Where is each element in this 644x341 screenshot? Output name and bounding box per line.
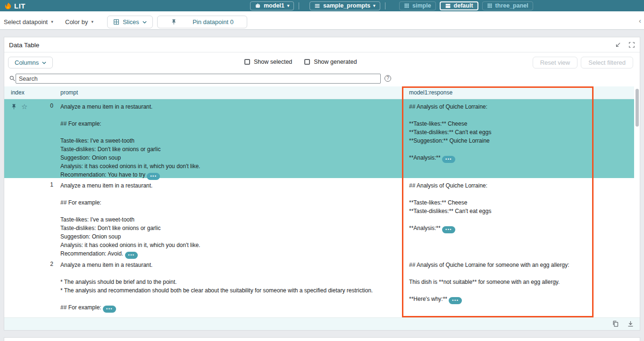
data-table-module: Data Table Columns Show selec bbox=[4, 37, 640, 331]
grid-icon bbox=[113, 19, 119, 25]
row-controls-cell bbox=[4, 257, 37, 317]
row-controls-cell bbox=[4, 178, 37, 257]
layout-tabs-group: simple default three_panel bbox=[399, 1, 533, 10]
select-filtered-button[interactable]: Select filtered bbox=[581, 57, 633, 68]
layout-tab-label: three_panel bbox=[495, 2, 528, 9]
table-row-0-selected[interactable]: ☆ 0 Analyze a menu item in a restaurant.… bbox=[4, 99, 634, 178]
index-cell: 0 bbox=[37, 99, 53, 178]
minimize-module-icon[interactable] bbox=[615, 42, 621, 48]
layout-tab-label: default bbox=[454, 2, 473, 9]
topbar-separator bbox=[299, 2, 299, 9]
response-text: ## Analysis of Quiche Lorraine: **Taste-… bbox=[409, 182, 491, 231]
table-footer bbox=[4, 317, 640, 330]
show-selected-checkbox[interactable] bbox=[244, 59, 250, 65]
column-header-prompt[interactable]: prompt bbox=[60, 89, 78, 96]
layout-tab-default[interactable]: default bbox=[440, 1, 478, 10]
caret-down-icon: ▾ bbox=[91, 20, 93, 24]
select-datapoint-menu[interactable]: Select datapoint ▾ bbox=[4, 18, 53, 26]
download-icon[interactable] bbox=[627, 320, 634, 327]
help-icon[interactable]: ? bbox=[385, 75, 391, 82]
table-row-2[interactable]: 2 Analyze a menu item in a restaurant. *… bbox=[4, 257, 634, 317]
table-body: ☆ 0 Analyze a menu item in a restaurant.… bbox=[4, 99, 634, 317]
table-scrollbar-thumb[interactable] bbox=[636, 89, 639, 127]
response-cell: ## Analysis of Quiche Lorraine: **Taste-… bbox=[405, 99, 634, 178]
response-cell: ## Analysis of Quiche Lorraine: **Taste-… bbox=[405, 178, 634, 257]
expand-text-ellipsis-button[interactable]: ••• bbox=[442, 226, 455, 233]
response-cell: ## Analysis of Quiche Lorraine for someo… bbox=[405, 257, 634, 317]
star-outline-icon[interactable]: ☆ bbox=[21, 103, 27, 110]
pin-icon bbox=[171, 19, 177, 25]
prompt-cell: Analyze a menu item in a restaurant. ## … bbox=[53, 178, 405, 257]
color-by-menu[interactable]: Color by ▾ bbox=[65, 18, 93, 26]
next-module-edge bbox=[4, 337, 640, 341]
response-text: ## Analysis of Quiche Lorraine: **Taste-… bbox=[409, 103, 491, 161]
flame-logo-icon bbox=[5, 2, 11, 9]
columns-label: Columns bbox=[15, 59, 39, 66]
expand-text-ellipsis-button[interactable]: ••• bbox=[442, 156, 455, 163]
index-cell: 1 bbox=[37, 178, 53, 257]
prompt-text: Analyze a menu item in a restaurant. ## … bbox=[60, 103, 200, 178]
table-row-1[interactable]: 1 Analyze a menu item in a restaurant. #… bbox=[4, 178, 634, 257]
model-selector-group: model1 ▾ bbox=[250, 1, 300, 10]
app-brand: LIT bbox=[5, 0, 25, 11]
layout-tab-three-panel[interactable]: three_panel bbox=[482, 1, 533, 10]
fullscreen-module-icon[interactable] bbox=[628, 42, 635, 48]
search-icon bbox=[9, 75, 16, 82]
table-header-row: index prompt model1:response bbox=[4, 86, 634, 99]
dataset-select-button[interactable]: sample_prompts ▾ bbox=[309, 1, 380, 10]
layout-tab-simple[interactable]: simple bbox=[399, 1, 436, 10]
color-by-label: Color by bbox=[65, 18, 88, 26]
select-datapoint-label: Select datapoint bbox=[4, 18, 48, 26]
module-header: Data Table bbox=[4, 37, 640, 52]
show-generated-checkbox[interactable] bbox=[304, 59, 310, 65]
reset-view-button[interactable]: Reset view bbox=[533, 57, 578, 68]
column-header-index[interactable]: index bbox=[11, 89, 25, 96]
robot-icon bbox=[255, 3, 261, 9]
pin-datapoint-label: Pin datapoint 0 bbox=[192, 18, 234, 26]
slices-label: Slices bbox=[123, 18, 139, 26]
table-controls-row: Columns Show selected Show generated Res… bbox=[4, 52, 640, 72]
collapse-toolbar-chevron[interactable]: ‹ bbox=[639, 17, 641, 25]
dataset-select-label: sample_prompts bbox=[323, 2, 370, 9]
column-header-response[interactable]: model1:response bbox=[409, 89, 452, 96]
expand-text-ellipsis-button[interactable]: ••• bbox=[103, 306, 116, 313]
chevron-down-icon bbox=[42, 61, 46, 64]
model-select-label: model1 bbox=[264, 2, 284, 9]
app-top-bar: LIT model1 ▾ sample_prompts ▾ bbox=[0, 0, 644, 11]
expand-text-ellipsis-button[interactable]: ••• bbox=[449, 297, 462, 304]
copy-icon[interactable] bbox=[612, 320, 619, 327]
grid-icon bbox=[404, 3, 410, 9]
prompt-cell: Analyze a menu item in a restaurant. * T… bbox=[53, 257, 405, 317]
response-text: ## Analysis of Quiche Lorraine for someo… bbox=[409, 262, 569, 302]
module-title: Data Table bbox=[9, 42, 39, 49]
panel-layout-icon bbox=[445, 3, 451, 9]
caret-down-icon: ▾ bbox=[287, 4, 290, 8]
columns-button[interactable]: Columns bbox=[8, 57, 53, 68]
model-select-button[interactable]: model1 ▾ bbox=[250, 1, 294, 10]
caret-down-icon: ▾ bbox=[373, 4, 376, 8]
layout-tab-label: simple bbox=[412, 2, 431, 9]
show-selected-toggle[interactable]: Show selected bbox=[244, 59, 292, 65]
grid-icon bbox=[487, 3, 493, 9]
chevron-down-icon bbox=[142, 21, 147, 24]
row-controls-cell: ☆ bbox=[4, 99, 37, 178]
table-scrollbar-track[interactable] bbox=[635, 87, 639, 317]
show-generated-toggle[interactable]: Show generated bbox=[304, 59, 357, 65]
prompt-text: Analyze a menu item in a restaurant. ## … bbox=[60, 182, 200, 257]
pin-datapoint-button[interactable]: Pin datapoint 0 bbox=[157, 16, 247, 28]
storage-icon bbox=[314, 3, 320, 9]
search-input[interactable] bbox=[16, 74, 381, 84]
prompt-text: Analyze a menu item in a restaurant. * T… bbox=[60, 262, 373, 311]
topbar-separator bbox=[385, 2, 385, 9]
prompt-cell: Analyze a menu item in a restaurant. ## … bbox=[53, 99, 405, 178]
show-selected-label: Show selected bbox=[254, 59, 292, 65]
show-generated-label: Show generated bbox=[314, 59, 357, 65]
dataset-selector-group: sample_prompts ▾ bbox=[309, 1, 386, 10]
caret-down-icon: ▾ bbox=[51, 20, 53, 24]
selection-toolbar: Select datapoint ▾ Color by ▾ Slices Pin… bbox=[0, 11, 644, 30]
pin-icon[interactable] bbox=[11, 103, 17, 110]
app-title: LIT bbox=[14, 2, 25, 10]
slices-button[interactable]: Slices bbox=[107, 16, 153, 28]
search-row: ? bbox=[4, 72, 640, 86]
index-cell: 2 bbox=[37, 257, 53, 317]
